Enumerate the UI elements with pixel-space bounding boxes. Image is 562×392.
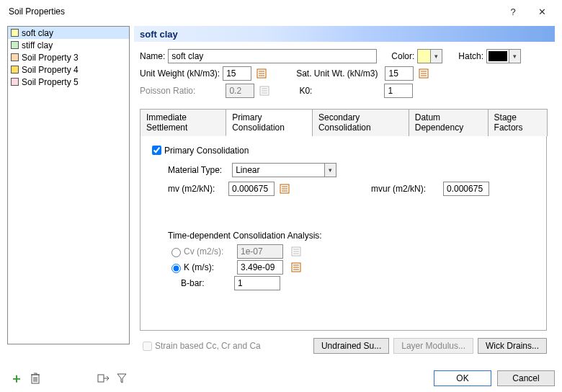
sidebar-item-4[interactable]: Soil Property 5 [8,76,129,88]
hatch-picker[interactable]: ▾ [486,49,521,63]
material-type-combo[interactable]: Linear ▾ [232,163,336,177]
k0-label: K0: [299,86,312,96]
mvur-input[interactable] [443,182,489,196]
hatch-label: Hatch: [458,51,483,61]
cv-input [237,244,283,259]
sat-unit-input[interactable] [385,66,414,81]
strain-based-check-input [143,342,152,351]
bbar-label: B-bar: [181,278,231,288]
color-picker[interactable]: ▾ [417,49,442,63]
color-swatch [418,50,430,63]
import-export-icon[interactable] [97,372,110,385]
swatch-icon [11,29,19,37]
swatch-icon [11,41,19,49]
k0-input[interactable] [384,84,413,98]
unit-weight-label: Unit Weight (kN/m3): [140,68,220,79]
tab-secondary-consolidation[interactable]: Secondary Consolidation [312,109,409,136]
tab-immediate-settlement[interactable]: Immediate Settlement [140,109,226,136]
strain-based-checkbox: Strain based Cc, Cr and Ca [140,339,261,353]
sidebar-item-0[interactable]: soft clay [8,27,129,39]
soil-list[interactable]: soft claystiff claySoil Property 3Soil P… [7,26,130,344]
sidebar-toolbar: ＋ [10,372,128,385]
primary-consolidation-check-input[interactable] [152,146,161,155]
filter-icon[interactable] [115,372,128,385]
poisson-label: Poisson Ratio: [140,86,195,96]
delete-icon[interactable] [29,372,42,385]
tdca-label: Time-dependent Consolidation Analysis: [168,231,322,241]
material-type-label: Material Type: [168,165,222,175]
unit-weight-settings-icon[interactable] [254,66,269,81]
layer-modulus-button: Layer Modulus... [393,338,473,354]
chevron-down-icon: ▾ [430,50,442,63]
k-radio[interactable] [171,264,181,273]
mv-settings-icon[interactable] [277,182,292,196]
hatch-swatch [489,51,507,61]
k-settings-icon[interactable] [289,260,303,275]
bbar-input[interactable] [234,276,280,290]
close-button[interactable]: ✕ [527,6,556,17]
sidebar-item-label: Soil Property 4 [22,65,79,75]
cv-radio[interactable] [171,248,181,257]
title-bar: Soil Properties ? ✕ [0,0,562,23]
sidebar-item-3[interactable]: Soil Property 4 [8,63,129,76]
mvur-label: mvur (m2/kN): [371,184,426,194]
mv-input[interactable] [228,182,275,196]
window-title: Soil Properties [9,6,499,17]
poisson-settings-icon [257,84,272,98]
primary-consolidation-checkbox[interactable]: Primary Consolidation [149,143,249,157]
chevron-down-icon: ▾ [324,164,336,177]
poisson-input [226,84,254,98]
add-icon[interactable]: ＋ [10,372,23,385]
tabs: Immediate Settlement Primary Consolidati… [140,108,547,136]
strain-based-check-label: Strain based Cc, Cr and Ca [155,341,261,351]
tab-datum-dependency[interactable]: Datum Dependency [409,109,489,136]
mv-label: mv (m2/kN): [168,184,226,194]
svg-rect-7 [98,375,104,382]
sat-unit-settings-icon[interactable] [416,66,431,81]
sat-unit-label: Sat. Unit Wt. (kN/m3) [296,68,378,79]
cv-settings-icon [289,244,303,259]
sidebar-item-2[interactable]: Soil Property 3 [8,51,129,63]
soil-heading: soft clay [134,26,555,42]
sidebar-item-label: stiff clay [22,40,53,50]
k-input[interactable] [237,260,283,275]
name-input[interactable] [168,49,377,63]
primary-consolidation-panel: Primary Consolidation Material Type: Lin… [140,136,547,331]
name-label: Name: [140,51,165,61]
material-type-value: Linear [233,164,324,177]
unit-weight-input[interactable] [223,66,251,81]
cv-label: Cv (m2/s): [184,246,234,257]
color-label: Color: [391,51,414,61]
chevron-down-icon: ▾ [509,50,520,63]
sidebar-item-label: Soil Property 5 [22,77,79,87]
tab-primary-consolidation[interactable]: Primary Consolidation [226,109,313,136]
swatch-icon [11,53,19,61]
k-label: K (m/s): [184,262,234,272]
sidebar-item-label: Soil Property 3 [22,53,79,63]
swatch-icon [11,66,19,74]
sidebar-item-1[interactable]: stiff clay [8,39,129,51]
swatch-icon [11,78,19,86]
help-button[interactable]: ? [499,6,527,17]
wick-drains-button[interactable]: Wick Drains... [478,338,547,354]
sidebar-item-label: soft clay [22,28,53,38]
undrained-su-button[interactable]: Undrained Su... [313,338,389,354]
primary-consolidation-check-label: Primary Consolidation [164,146,249,156]
ok-button[interactable]: OK [434,370,491,386]
cancel-button[interactable]: Cancel [497,370,555,386]
tab-stage-factors[interactable]: Stage Factors [488,109,548,136]
